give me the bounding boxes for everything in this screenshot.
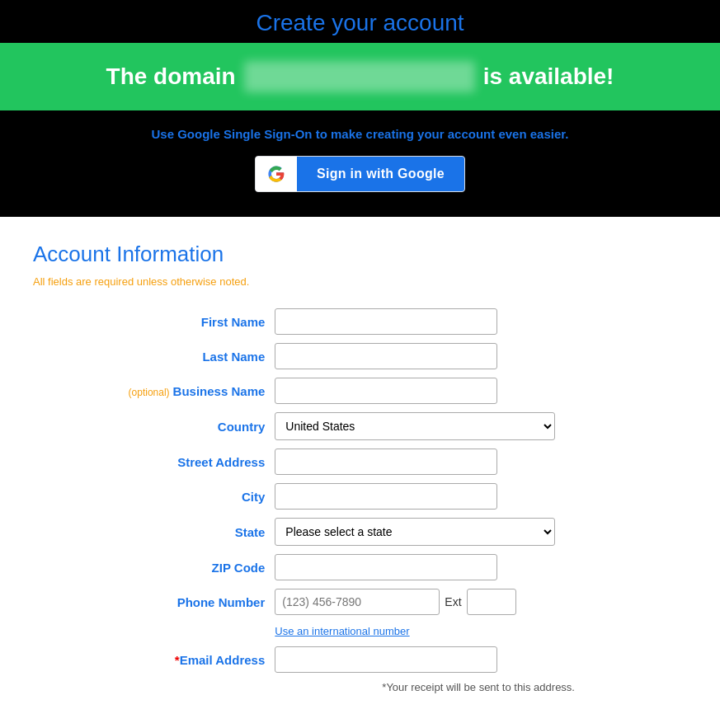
domain-banner: The domain is available! — [0, 43, 720, 110]
first-name-label: First Name — [33, 304, 270, 339]
email-note: *Your receipt will be sent to this addre… — [275, 681, 682, 693]
state-row: State Please select a state — [33, 514, 687, 550]
domain-blurred — [244, 61, 475, 92]
business-name-input[interactable] — [275, 378, 497, 404]
google-icon — [267, 165, 285, 183]
intl-link-row: Use an international number — [33, 619, 687, 642]
ext-input[interactable] — [467, 589, 516, 615]
street-address-label: Street Address — [33, 444, 270, 479]
phone-input[interactable] — [275, 589, 440, 615]
first-name-row: First Name — [33, 304, 687, 339]
account-form-table: First Name Last Name (optional)Business … — [33, 304, 687, 697]
state-select[interactable]: Please select a state — [275, 518, 555, 546]
street-address-input[interactable] — [275, 449, 497, 475]
phone-label: Phone Number — [33, 585, 270, 619]
email-row: *Email Address — [33, 642, 687, 677]
account-form-section: Account Information All fields are requi… — [0, 217, 720, 728]
phone-input-group: Ext — [275, 589, 682, 615]
last-name-input[interactable] — [275, 343, 497, 369]
city-label: City — [33, 479, 270, 514]
email-input[interactable] — [275, 646, 497, 673]
street-address-row: Street Address — [33, 444, 687, 479]
city-input[interactable] — [275, 483, 497, 510]
last-name-label: Last Name — [33, 339, 270, 373]
zip-input[interactable] — [275, 554, 497, 580]
business-name-optional-tag: (optional) — [129, 387, 170, 398]
email-note-row: *Your receipt will be sent to this addre… — [33, 677, 687, 697]
google-icon-box — [256, 157, 297, 191]
domain-prefix: The domain — [106, 63, 236, 90]
ext-label: Ext — [445, 595, 461, 608]
international-number-link[interactable]: Use an international number — [275, 625, 409, 637]
domain-suffix: is available! — [483, 63, 614, 90]
country-select[interactable]: United States — [275, 412, 555, 440]
last-name-row: Last Name — [33, 339, 687, 373]
email-label: Email Address — [180, 653, 266, 667]
page-title: Create your account — [0, 0, 720, 43]
zip-label: ZIP Code — [33, 550, 270, 585]
signin-text: Sign in with Google — [297, 157, 464, 191]
business-name-row: (optional)Business Name — [33, 373, 687, 408]
sso-description: Use Google Single Sign-On to make creati… — [33, 127, 687, 141]
zip-row: ZIP Code — [33, 550, 687, 585]
google-signin-button[interactable]: Sign in with Google — [255, 156, 465, 192]
business-name-label: Business Name — [173, 384, 266, 398]
country-row: Country United States — [33, 408, 687, 444]
required-note: All fields are required unless otherwise… — [33, 275, 687, 288]
form-heading: Account Information — [33, 242, 687, 267]
first-name-input[interactable] — [275, 308, 497, 335]
phone-row: Phone Number Ext — [33, 585, 687, 619]
city-row: City — [33, 479, 687, 514]
sso-section: Use Google Single Sign-On to make creati… — [0, 110, 720, 217]
state-label: State — [33, 514, 270, 550]
country-label: Country — [33, 408, 270, 444]
